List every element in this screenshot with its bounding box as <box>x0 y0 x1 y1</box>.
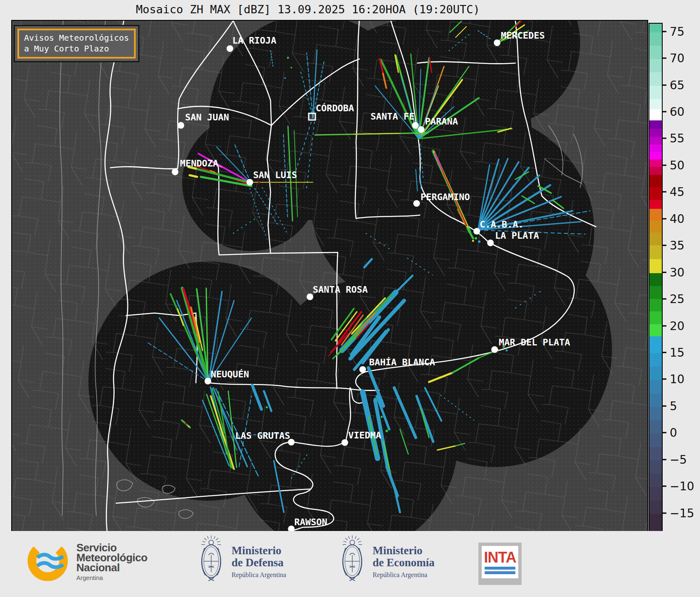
colorbar-tick-mark <box>663 298 666 300</box>
inta-label: INTA <box>484 550 516 565</box>
radar-map: LA RIOJAMERCEDESSAN JUANCÓRDOBASANTA FEP… <box>11 20 648 532</box>
colorbar-tick-mark <box>663 272 666 273</box>
city-label: NEUQUÉN <box>211 369 249 379</box>
smn-line-4: Argentina <box>76 575 147 581</box>
colorbar-tick-label: 55 <box>670 132 685 145</box>
colorbar-tick-label: 75 <box>670 24 685 38</box>
city-label: RAWSON <box>294 517 327 527</box>
city-dot <box>205 378 211 384</box>
colorbar-tick-label: 70 <box>670 51 685 65</box>
colorbar-tick-label: −15 <box>670 506 694 520</box>
colorbar-tick-label: 35 <box>670 239 685 252</box>
city-dot <box>359 366 366 373</box>
city-label: BAHÍA BLANCA <box>369 357 435 367</box>
colorbar-tick-mark <box>663 512 666 514</box>
inta-logo-inner: INTA <box>482 546 518 578</box>
city-label: MENDOZA <box>180 159 219 169</box>
city-label: MERCEDES <box>501 31 545 41</box>
footer: Servicio Meteorológico Nacional Argentin… <box>0 531 700 597</box>
colorbar-tick-label: 10 <box>670 372 685 386</box>
city-dot <box>413 200 420 207</box>
map-art <box>12 21 647 531</box>
colorbar-tick-mark <box>663 138 666 139</box>
colorbar-ticks: 757065605550454035302520151050−5−10−15 <box>663 23 700 530</box>
city-label: SAN LUIS <box>253 170 297 180</box>
smn-logo-text: Servicio Meteorológico Nacional Argentin… <box>76 543 147 584</box>
colorbar-tick-mark <box>663 432 666 433</box>
city-dot <box>307 294 313 300</box>
colorbar-tick-mark <box>663 58 666 59</box>
coat-of-arms-icon <box>339 534 366 586</box>
smn-line-3: Nacional <box>76 563 147 573</box>
city-label: LA PLATA <box>495 231 539 241</box>
city-dot <box>412 122 419 129</box>
colorbar-tick-mark <box>663 164 666 166</box>
warning-line-2: a Muy Corto Plazo <box>24 43 129 54</box>
inta-logo: INTA <box>478 543 522 585</box>
city-dot <box>418 126 424 133</box>
colorbar-tick-label: 0 <box>670 426 677 440</box>
warning-box-inner: Avisos Meteorológicos a Muy Corto Plazo <box>17 29 136 59</box>
defensa-title-2: de Defensa <box>232 557 286 569</box>
colorbar-tick-mark <box>663 31 666 32</box>
colorbar <box>649 23 663 532</box>
colorbar-tick-mark <box>663 405 666 406</box>
city-dot <box>487 240 494 246</box>
colorbar-tick-mark <box>663 486 666 487</box>
colorbar-tick-mark <box>663 111 666 112</box>
ministerio-economia-text: Ministerio de Economía República Argenti… <box>373 542 434 578</box>
colorbar-tick-label: 25 <box>670 292 685 306</box>
radar-mosaic-page: Mosaico ZH MAX [dBZ] 13.09.2025 16:20HOA… <box>0 0 700 597</box>
colorbar-tick-mark <box>663 325 666 326</box>
colorbar-tick-label: 5 <box>670 399 677 413</box>
coat-of-arms-icon <box>198 534 225 586</box>
inta-bar-1 <box>485 567 515 570</box>
city-dot <box>473 228 480 235</box>
colorbar-tick-label: 50 <box>670 158 685 172</box>
city-dot <box>227 45 233 52</box>
city-dot <box>172 169 178 175</box>
city-label: MAR DEL PLATA <box>499 338 570 347</box>
colorbar-tick-mark <box>663 191 666 193</box>
colorbar-tick-mark <box>663 459 666 460</box>
inta-bar-2 <box>485 571 515 574</box>
colorbar-tick-label: 30 <box>670 265 685 279</box>
city-label: CÓRDOBA <box>316 103 354 113</box>
economia-title-2: de Economía <box>373 557 434 569</box>
defensa-title-1: Ministerio <box>232 545 286 557</box>
colorbar-tick-label: 65 <box>670 78 685 92</box>
warning-line-1: Avisos Meteorológicos <box>24 32 129 43</box>
city-label: PARANA <box>425 117 458 127</box>
page-title: Mosaico ZH MAX [dBZ] 13.09.2025 16:20HOA… <box>136 3 480 16</box>
city-label: PERGAMINO <box>420 192 470 202</box>
city-dot <box>494 39 500 46</box>
ministerio-economia-block: Ministerio de Economía República Argenti… <box>339 534 434 586</box>
economia-subtitle: República Argentina <box>373 571 434 578</box>
smn-logo-block: Servicio Meteorológico Nacional Argentin… <box>25 538 147 584</box>
city-dot <box>246 179 253 186</box>
colorbar-tick-mark <box>663 218 666 219</box>
colorbar-tick-label: 60 <box>670 105 685 118</box>
city-label: LA RIOJA <box>232 36 276 46</box>
colorbar-tick-mark <box>663 379 666 380</box>
city-dot <box>491 346 498 353</box>
ministerio-defensa-text: Ministerio de Defensa República Argentin… <box>232 542 286 578</box>
city-label: LAS GRUTAS <box>235 431 290 441</box>
colorbar-tick-mark <box>663 352 666 353</box>
radar-site-marker <box>308 113 316 121</box>
city-dot <box>178 122 184 129</box>
city-label: C.A.B.A. <box>480 220 524 230</box>
smn-logo-icon <box>25 538 71 584</box>
colorbar-tick-mark <box>663 84 666 86</box>
city-label: VIEDMA <box>348 431 381 440</box>
colorbar-tick-label: 20 <box>670 319 685 333</box>
city-label: SANTA ROSA <box>313 285 368 295</box>
ministerio-defensa-block: Ministerio de Defensa República Argentin… <box>198 534 286 586</box>
warning-box: Avisos Meteorológicos a Muy Corto Plazo <box>14 25 139 62</box>
colorbar-tick-label: −5 <box>670 453 687 466</box>
colorbar-scale <box>649 24 662 531</box>
colorbar-tick-label: 45 <box>670 185 685 199</box>
city-label: SANTA FE <box>371 112 415 122</box>
colorbar-tick-label: 40 <box>670 212 685 225</box>
defensa-subtitle: República Argentina <box>232 571 286 578</box>
